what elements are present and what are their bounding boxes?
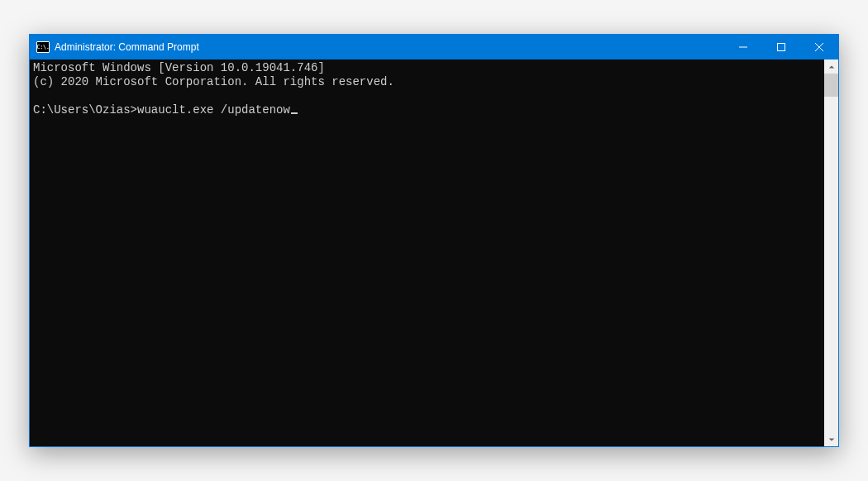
chevron-down-icon: [828, 436, 835, 443]
close-button[interactable]: [800, 35, 838, 60]
typed-command: wuauclt.exe /updatenow: [137, 103, 290, 117]
prompt-path: C:\Users\Ozias>: [33, 103, 137, 117]
vertical-scrollbar[interactable]: [824, 60, 838, 446]
app-icon: C:\.: [36, 41, 50, 53]
terminal-output[interactable]: Microsoft Windows [Version 10.0.19041.74…: [30, 60, 824, 446]
chevron-up-icon: [828, 64, 835, 70]
titlebar[interactable]: C:\. Administrator: Command Prompt: [30, 35, 838, 60]
scroll-thumb[interactable]: [824, 74, 838, 97]
scroll-up-button[interactable]: [824, 60, 838, 74]
text-cursor: [291, 112, 298, 114]
prompt-line: C:\Users\Ozias>wuauclt.exe /updatenow: [33, 103, 298, 117]
close-icon: [815, 43, 823, 51]
window-title: Administrator: Command Prompt: [55, 41, 199, 53]
scroll-down-button[interactable]: [824, 432, 838, 446]
terminal-line: (c) 2020 Microsoft Corporation. All righ…: [33, 75, 394, 88]
client-area: Microsoft Windows [Version 10.0.19041.74…: [30, 60, 838, 446]
scroll-track[interactable]: [824, 74, 838, 432]
terminal-line: Microsoft Windows [Version 10.0.19041.74…: [33, 61, 325, 74]
minimize-icon: [739, 43, 747, 51]
svg-rect-1: [778, 44, 785, 51]
maximize-button[interactable]: [762, 35, 800, 60]
minimize-button[interactable]: [724, 35, 762, 60]
titlebar-controls: [724, 35, 838, 60]
app-icon-text: C:\.: [37, 45, 50, 50]
command-prompt-window: C:\. Administrator: Command Prompt Micro…: [29, 34, 839, 447]
maximize-icon: [777, 43, 785, 51]
